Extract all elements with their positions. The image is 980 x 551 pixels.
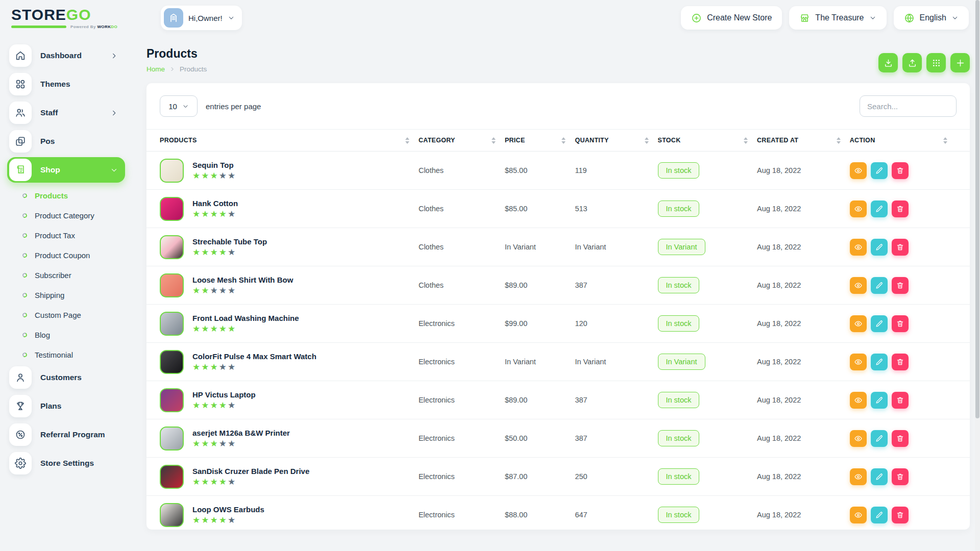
- created-at-cell: Aug 18, 2022: [757, 434, 850, 442]
- edit-button[interactable]: [871, 430, 888, 447]
- logo-text-primary: STORE: [11, 6, 66, 23]
- export-button[interactable]: [878, 53, 898, 72]
- view-button[interactable]: [850, 277, 867, 294]
- column-header-action[interactable]: ACTION: [850, 130, 957, 151]
- sidebar-item-themes[interactable]: Themes: [7, 71, 125, 97]
- delete-button[interactable]: [892, 507, 909, 523]
- stock-badge: In Variant: [658, 354, 705, 370]
- delete-button[interactable]: [892, 315, 909, 332]
- price-cell: $50.00: [505, 434, 575, 442]
- sidebar-subitem-product-category[interactable]: Product Category: [7, 206, 125, 226]
- delete-button[interactable]: [892, 162, 909, 179]
- sidebar-subitem-product-coupon[interactable]: Product Coupon: [7, 245, 125, 265]
- sidebar-item-store-settings[interactable]: Store Settings: [7, 450, 125, 476]
- column-header-created-at[interactable]: CREATED AT: [757, 130, 850, 151]
- user-menu[interactable]: Hi,Owner!: [161, 6, 242, 30]
- edit-button[interactable]: [871, 162, 888, 179]
- sidebar-subitem-label: Shipping: [35, 291, 125, 299]
- delete-button[interactable]: [892, 430, 909, 447]
- column-header-category[interactable]: CATEGORY: [419, 130, 505, 151]
- edit-button[interactable]: [871, 201, 888, 217]
- stock-badge: In stock: [658, 201, 700, 217]
- page-scrollbar[interactable]: [975, 0, 980, 551]
- quantity-cell: 387: [575, 281, 657, 289]
- edit-button[interactable]: [871, 507, 888, 523]
- sidebar-subitem-blog[interactable]: Blog: [7, 325, 125, 345]
- sidebar: DashboardThemesStaffPosShopProductsProdu…: [0, 32, 125, 479]
- sidebar-item-plans[interactable]: Plans: [7, 393, 125, 419]
- entries-per-page-select[interactable]: 10: [160, 95, 198, 117]
- edit-button[interactable]: [871, 354, 888, 370]
- view-button[interactable]: [850, 507, 867, 523]
- column-header-stock[interactable]: STOCK: [658, 130, 757, 151]
- delete-button[interactable]: [892, 277, 909, 294]
- edit-button[interactable]: [871, 239, 888, 256]
- sidebar-item-shop[interactable]: Shop: [7, 157, 125, 183]
- sort-icon: [405, 137, 409, 144]
- sidebar-subitem-products[interactable]: Products: [7, 186, 125, 206]
- sidebar-subitem-custom-page[interactable]: Custom Page: [7, 305, 125, 325]
- sidebar-subitem-label: Testimonial: [35, 350, 125, 359]
- eye-icon: [854, 358, 863, 366]
- quantity-cell: 119: [575, 166, 657, 174]
- view-button[interactable]: [850, 162, 867, 179]
- price-cell: $85.00: [505, 205, 575, 213]
- product-thumbnail: [160, 312, 184, 336]
- view-button[interactable]: [850, 239, 867, 256]
- delete-button[interactable]: [892, 392, 909, 409]
- delete-button[interactable]: [892, 239, 909, 256]
- pencil-icon: [875, 281, 884, 290]
- store-selector-dropdown[interactable]: The Treasure: [789, 6, 886, 30]
- edit-button[interactable]: [871, 392, 888, 409]
- grid-view-button[interactable]: [926, 53, 946, 72]
- edit-button[interactable]: [871, 315, 888, 332]
- delete-button[interactable]: [892, 468, 909, 485]
- view-button[interactable]: [850, 354, 867, 370]
- sidebar-icon-box: [9, 366, 32, 389]
- sidebar-item-label: Referral Program: [40, 430, 120, 439]
- view-button[interactable]: [850, 430, 867, 447]
- product-thumbnail: [160, 350, 184, 374]
- import-button[interactable]: [902, 53, 922, 72]
- quantity-cell: In Variant: [575, 358, 657, 366]
- column-header-quantity[interactable]: QUANTITY: [575, 130, 657, 151]
- sidebar-item-pos[interactable]: Pos: [7, 129, 125, 154]
- add-product-button[interactable]: [950, 53, 970, 72]
- pencil-icon: [875, 472, 884, 481]
- eye-icon: [854, 281, 863, 290]
- product-thumbnail: [160, 197, 184, 221]
- view-button[interactable]: [850, 201, 867, 217]
- sidebar-subitem-testimonial[interactable]: Testimonial: [7, 345, 125, 365]
- product-name: Front Load Washing Machine: [192, 314, 299, 322]
- quantity-cell: 387: [575, 434, 657, 442]
- sidebar-item-staff[interactable]: Staff: [7, 100, 125, 126]
- action-cell: [850, 277, 957, 294]
- product-thumbnail: [160, 503, 184, 527]
- view-button[interactable]: [850, 392, 867, 409]
- sidebar-subitem-subscriber[interactable]: Subscriber: [7, 265, 125, 285]
- column-header-products[interactable]: PRODUCTS: [160, 130, 419, 151]
- sidebar-subitem-product-tax[interactable]: Product Tax: [7, 226, 125, 245]
- sidebar-subitem-shipping[interactable]: Shipping: [7, 285, 125, 305]
- rating-stars: ★★★★★: [192, 286, 293, 295]
- search-input[interactable]: [860, 95, 957, 117]
- edit-button[interactable]: [871, 468, 888, 485]
- create-new-store-button[interactable]: Create New Store: [681, 6, 782, 30]
- scrollbar-thumb[interactable]: [975, 0, 979, 418]
- action-cell: [850, 430, 957, 447]
- sidebar-item-customers[interactable]: Customers: [7, 365, 125, 390]
- view-button[interactable]: [850, 468, 867, 485]
- plans-icon: [15, 400, 26, 412]
- sidebar-icon-box: [9, 159, 32, 181]
- language-dropdown[interactable]: English: [894, 6, 969, 30]
- delete-button[interactable]: [892, 354, 909, 370]
- edit-button[interactable]: [871, 277, 888, 294]
- breadcrumb-home-link[interactable]: Home: [146, 65, 165, 73]
- category-cell: Electronics: [419, 358, 505, 366]
- delete-button[interactable]: [892, 201, 909, 217]
- sidebar-item-referral-program[interactable]: Referral Program: [7, 422, 125, 447]
- chevron-down-icon: [869, 14, 876, 21]
- column-header-price[interactable]: PRICE: [505, 130, 575, 151]
- sidebar-item-dashboard[interactable]: Dashboard: [7, 43, 125, 68]
- view-button[interactable]: [850, 315, 867, 332]
